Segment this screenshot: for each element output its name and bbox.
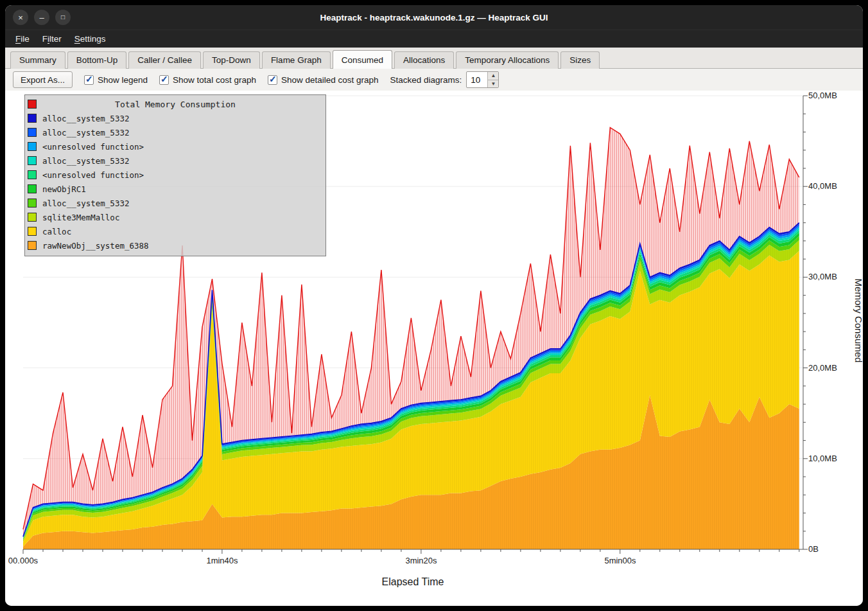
checkbox-show-detailed-cost-graph[interactable]: ✓ Show detailed cost graph	[268, 75, 379, 85]
legend-label: <unresolved function>	[42, 170, 144, 180]
legend-item: rawNewObj__system_6388	[25, 238, 326, 252]
x-tick-label-3: 5min00s	[604, 556, 636, 565]
tab-flame-graph[interactable]: Flame Graph	[262, 51, 331, 69]
legend-item: <unresolved function>	[25, 168, 326, 182]
legend-item: sqlite3MemMalloc	[25, 210, 326, 224]
legend-item: alloc__system_5332	[25, 196, 326, 210]
legend-label: alloc__system_5332	[42, 199, 129, 208]
window-title: Heaptrack - heaptrack.wakunode.1.gz — He…	[5, 13, 863, 22]
y-tick-label-0: 0B	[808, 544, 819, 554]
spin-down-icon[interactable]: ▼	[488, 80, 498, 88]
y-tick-label-4: 40,0MB	[808, 181, 837, 191]
legend-item: alloc__system_5332	[25, 154, 326, 168]
spinner-buttons: ▲ ▼	[487, 72, 498, 87]
y-tick-label-2: 20,0MB	[808, 363, 837, 373]
y-tick-label-5: 50,0MB	[808, 91, 837, 100]
close-icon[interactable]: ×	[13, 10, 28, 25]
legend-item: calloc	[25, 224, 326, 238]
legend-label: alloc__system_5332	[42, 114, 129, 123]
legend-swatch	[28, 227, 37, 236]
tab-temporary-allocations[interactable]: Temporary Allocations	[456, 51, 559, 69]
menu-bar: File Filter Settings	[5, 30, 863, 48]
menu-filter[interactable]: Filter	[36, 31, 68, 46]
legend-label: alloc__system_5332	[42, 128, 129, 137]
app-window: × – □ Heaptrack - heaptrack.wakunode.1.g…	[5, 5, 863, 606]
tab-summary[interactable]: Summary	[10, 51, 65, 69]
checkbox-box: ✓	[84, 75, 94, 85]
legend-label: alloc__system_5332	[42, 156, 129, 166]
title-bar: × – □ Heaptrack - heaptrack.wakunode.1.g…	[5, 5, 863, 30]
legend-swatch	[28, 128, 37, 137]
stacked-diagrams-group: Stacked diagrams: 10 ▲ ▼	[390, 71, 499, 88]
toolbar: Export As... ✓ Show legend ✓ Show total …	[5, 69, 863, 91]
y-tick-label-1: 10,0MB	[808, 454, 837, 463]
stacked-diagrams-spinner[interactable]: 10 ▲ ▼	[466, 71, 499, 88]
legend-title: Total Memory Consumption	[115, 100, 236, 109]
tab-sizes[interactable]: Sizes	[560, 51, 600, 69]
legend-item: alloc__system_5332	[25, 111, 326, 125]
export-as-button[interactable]: Export As...	[13, 71, 73, 88]
menu-settings[interactable]: Settings	[68, 31, 112, 46]
minimize-icon[interactable]: –	[34, 10, 49, 25]
legend-label: sqlite3MemMalloc	[42, 213, 119, 222]
checkbox-label: Show detailed cost graph	[281, 75, 379, 85]
stacked-diagrams-value: 10	[467, 72, 487, 87]
legend-item: alloc__system_5332	[25, 125, 326, 139]
legend-swatch	[28, 142, 37, 151]
x-tick-label-2: 3min20s	[405, 556, 437, 565]
tab-top-down[interactable]: Top-Down	[203, 51, 260, 69]
tab-bar: SummaryBottom-UpCaller / CalleeTop-DownF…	[5, 48, 863, 69]
menu-file[interactable]: File	[9, 31, 36, 46]
legend-item: <unresolved function>	[25, 139, 326, 154]
legend-title-row: Total Memory Consumption	[25, 97, 326, 111]
tab-bottom-up[interactable]: Bottom-Up	[67, 51, 127, 69]
x-axis-title: Elapsed Time	[382, 576, 444, 587]
check-icon: ✓	[85, 74, 93, 84]
legend-label: newObjRC1	[42, 184, 86, 194]
checkbox-label: Show total cost graph	[173, 75, 256, 85]
tab-caller-callee[interactable]: Caller / Callee	[128, 51, 201, 69]
y-tick-label-3: 30,0MB	[808, 272, 837, 281]
chart-legend[interactable]: Total Memory Consumption alloc__system_5…	[24, 94, 326, 256]
checkbox-box: ✓	[268, 75, 277, 85]
checkbox-label: Show legend	[98, 75, 148, 85]
legend-swatch-total	[28, 100, 37, 109]
checkbox-show-legend[interactable]: ✓ Show legend	[84, 75, 148, 85]
tab-allocations[interactable]: Allocations	[394, 51, 454, 69]
legend-swatch	[28, 170, 37, 179]
legend-label: <unresolved function>	[42, 142, 144, 152]
tab-consumed[interactable]: Consumed	[333, 50, 392, 69]
legend-swatch	[28, 184, 37, 193]
maximize-icon[interactable]: □	[55, 10, 71, 25]
check-icon: ✓	[161, 74, 168, 84]
stacked-diagrams-label: Stacked diagrams:	[390, 75, 462, 85]
legend-swatch	[28, 241, 37, 250]
legend-swatch	[28, 199, 37, 208]
x-tick-label-0: 00.000s	[8, 556, 39, 565]
legend-label: calloc	[42, 227, 71, 236]
x-tick-label-1: 1min40s	[206, 556, 238, 565]
checkbox-show-total-cost-graph[interactable]: ✓ Show total cost graph	[159, 75, 256, 85]
window-controls: × – □	[13, 5, 71, 30]
check-icon: ✓	[269, 74, 277, 84]
legend-item: newObjRC1	[25, 182, 326, 196]
legend-swatch	[28, 213, 37, 222]
chart-area: 00.000s 1min40s 3min20s 5min00s 0B 10,0M…	[5, 91, 863, 606]
legend-swatch	[28, 114, 37, 123]
spin-up-icon[interactable]: ▲	[488, 72, 498, 80]
legend-label: rawNewObj__system_6388	[42, 241, 149, 251]
legend-items: alloc__system_5332alloc__system_5332<unr…	[25, 111, 326, 252]
legend-swatch	[28, 156, 37, 165]
checkbox-box: ✓	[159, 75, 169, 85]
y-axis-title: Memory Consumed	[853, 279, 863, 363]
